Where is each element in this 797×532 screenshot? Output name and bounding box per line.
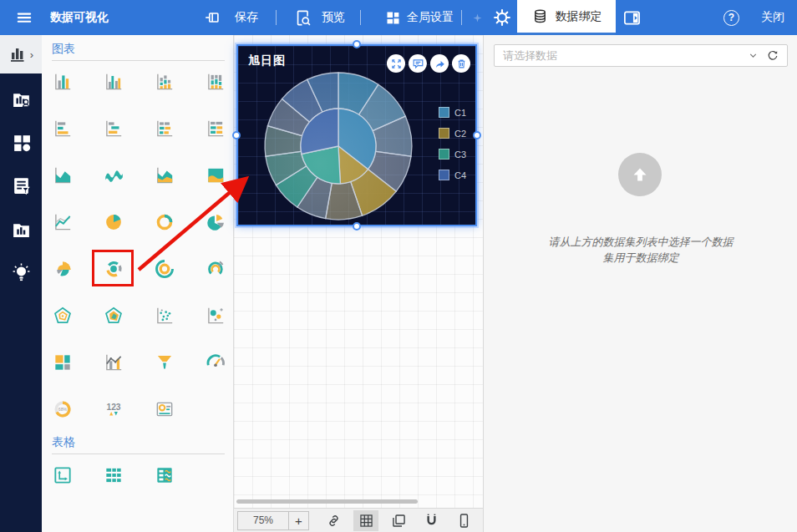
palette-icon-ring[interactable] xyxy=(154,211,175,233)
resources-icon xyxy=(11,219,32,240)
palette-icon-radar[interactable] xyxy=(52,305,74,327)
palette-icon-hbar-grouped[interactable] xyxy=(103,118,124,139)
zoom-in-button[interactable]: + xyxy=(288,512,308,529)
preview-icon[interactable] xyxy=(293,0,312,35)
global-settings-button[interactable]: 全局设置 xyxy=(407,0,454,35)
gear-icon[interactable] xyxy=(491,0,513,35)
palette-icon-gauge[interactable] xyxy=(205,352,226,373)
sidebar-item-tips[interactable] xyxy=(0,254,42,291)
legend-swatch xyxy=(439,170,449,180)
app-window: 数据可视化 保存 预览 全局设置 数据绑定 xyxy=(0,0,797,532)
link-icon xyxy=(325,512,343,529)
help-icon: ? xyxy=(723,10,739,26)
statusbar-phone-button[interactable] xyxy=(451,510,476,531)
sidebar-item-components[interactable] xyxy=(0,124,42,160)
data-binding-panel: 请选择数据 请从上方的数据集列表中选择一个数据 集用于数据绑定 xyxy=(483,35,797,532)
palette-icon-combo[interactable] xyxy=(103,352,124,373)
legend-item-C4[interactable]: C4 xyxy=(439,170,466,180)
toolbar-divider xyxy=(276,10,277,25)
palette-icon-funnel[interactable] xyxy=(154,352,175,373)
palette-icon-table-crosstab[interactable] xyxy=(52,464,74,486)
palette-icon-area-percent[interactable] xyxy=(205,165,226,186)
palette-icon-hbar-stacked[interactable] xyxy=(154,118,175,139)
palette-icon-scatter[interactable] xyxy=(154,305,175,327)
sunburst-widget[interactable]: 旭日图 C1C2C3C4 xyxy=(236,44,477,226)
save-button[interactable]: 保存 xyxy=(235,0,258,35)
left-nav-rail: › xyxy=(0,35,42,532)
legend-label: C2 xyxy=(454,129,466,139)
share-button[interactable] xyxy=(430,54,449,73)
palette-icon-bar-grouped[interactable] xyxy=(103,71,124,93)
panel-toggle-icon[interactable] xyxy=(622,0,642,35)
zoom-control: 75% + xyxy=(237,511,309,530)
app-title: 数据可视化 xyxy=(50,0,109,35)
pin-icon[interactable] xyxy=(203,0,221,35)
delete-button[interactable] xyxy=(452,54,470,73)
sidebar-item-datasets[interactable] xyxy=(0,80,42,117)
palette-icon-bar[interactable] xyxy=(52,71,74,93)
statusbar-layers-button[interactable] xyxy=(386,510,411,531)
top-toolbar: 数据可视化 保存 预览 全局设置 数据绑定 xyxy=(0,0,797,35)
statusbar-link-button[interactable] xyxy=(321,510,346,531)
refresh-icon[interactable] xyxy=(766,49,779,63)
palette-icon-area[interactable] xyxy=(52,165,74,186)
dataset-select-placeholder: 请选择数据 xyxy=(495,48,748,63)
palette-icon-pie[interactable] xyxy=(103,211,124,233)
toolbar-divider xyxy=(461,10,462,25)
tab-data-binding[interactable]: 数据绑定 xyxy=(517,0,616,35)
resize-handle-left[interactable] xyxy=(232,131,241,139)
palette-icon-table-basic[interactable] xyxy=(103,464,124,486)
palette-icon-bar-percent[interactable] xyxy=(205,71,226,93)
palette-icon-bar-stacked[interactable] xyxy=(154,71,175,93)
palette-icon-score-card[interactable] xyxy=(154,398,175,420)
svg-text:123: 123 xyxy=(106,403,120,412)
chevron-down-icon[interactable] xyxy=(748,50,759,61)
design-canvas[interactable]: 旭日图 C1C2C3C4 75% + xyxy=(234,35,483,532)
palette-icon-treemap[interactable] xyxy=(52,352,74,373)
palette-icon-rose[interactable] xyxy=(52,258,74,280)
palette-icon-area-stacked[interactable] xyxy=(154,165,175,186)
close-button[interactable]: 关闭 xyxy=(761,0,784,35)
hamburger-menu-icon[interactable] xyxy=(15,0,33,35)
palette-icon-pie-separated[interactable] xyxy=(205,211,226,233)
sunburst-chart[interactable] xyxy=(261,69,415,226)
bar-chart-icon xyxy=(8,44,28,64)
dataset-select[interactable]: 请选择数据 xyxy=(494,44,788,67)
palette-icon-radar-filled[interactable] xyxy=(103,305,124,327)
palette-icon-table-styled[interactable] xyxy=(154,464,175,486)
resize-handle-top[interactable] xyxy=(353,40,361,48)
share-icon xyxy=(433,57,447,71)
palette-icon-area-smooth[interactable] xyxy=(103,165,124,186)
filter-icon xyxy=(11,175,32,196)
global-settings-icon[interactable] xyxy=(384,0,402,35)
legend-item-C3[interactable]: C3 xyxy=(439,149,466,160)
legend-item-C1[interactable]: C1 xyxy=(439,107,466,118)
canvas-statusbar: 75% + xyxy=(234,508,483,532)
legend-swatch xyxy=(439,107,449,118)
horizontal-scrollbar[interactable] xyxy=(236,499,418,504)
database-icon xyxy=(531,8,549,25)
resize-handle-right[interactable] xyxy=(473,131,481,139)
statusbar-grid-button[interactable] xyxy=(353,510,378,531)
palette-icon-line[interactable] xyxy=(52,211,74,233)
legend-item-C2[interactable]: C2 xyxy=(439,128,466,139)
palette-icon-bubble[interactable] xyxy=(205,305,226,327)
statusbar-magnet-button[interactable] xyxy=(419,510,444,531)
resize-handle-bottom[interactable] xyxy=(353,222,361,231)
palette-icon-hbar-percent[interactable] xyxy=(205,118,226,139)
help-button[interactable]: ? xyxy=(723,0,739,35)
chevron-right-icon: › xyxy=(30,48,33,61)
palette-icon-radial-multi[interactable] xyxy=(205,258,226,280)
palette-icon-hbar[interactable] xyxy=(52,118,74,139)
palette-icon-radial-progress[interactable] xyxy=(154,258,175,280)
palette-icon-sunburst[interactable] xyxy=(103,258,124,280)
widget-title: 旭日图 xyxy=(248,53,286,68)
preview-button[interactable]: 预览 xyxy=(322,0,345,35)
sidebar-item-resources[interactable] xyxy=(0,210,42,247)
layers-icon xyxy=(390,512,408,529)
sidebar-item-charts[interactable]: › xyxy=(0,35,42,73)
tab-data-binding-label: 数据绑定 xyxy=(556,9,602,24)
sidebar-item-filter[interactable] xyxy=(0,167,42,204)
palette-icon-percent-ring[interactable]: 68% xyxy=(52,398,74,420)
palette-icon-number-card[interactable]: 123 xyxy=(103,398,124,420)
